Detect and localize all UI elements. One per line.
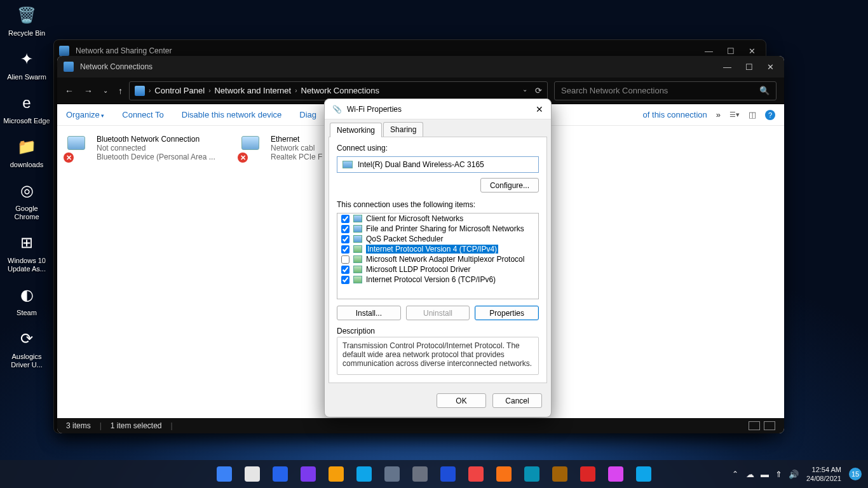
taskbar[interactable]: ⌃ ☁ ▬ ⇑ 🔊 12:54 AM 24/08/2021 15 <box>0 460 868 488</box>
item-checkbox[interactable] <box>341 235 349 243</box>
connection-name: Bluetooth Network Connection <box>97 135 215 144</box>
close-button[interactable]: ✕ <box>536 104 543 114</box>
volume-icon[interactable]: 🔊 <box>789 470 799 479</box>
connect-to-button[interactable]: Connect To <box>122 110 164 119</box>
wifi-icon[interactable]: ⇑ <box>775 470 782 479</box>
window-icon <box>59 46 69 56</box>
tab-networking[interactable]: Networking <box>330 123 382 137</box>
item-checkbox[interactable] <box>341 225 349 233</box>
taskbar-app-edge[interactable] <box>352 462 376 486</box>
taskbar-app-settings[interactable] <box>408 462 432 486</box>
app-icon <box>301 466 316 482</box>
dialog-icon: 📎 <box>332 105 342 114</box>
item-checkbox[interactable] <box>341 266 349 274</box>
breadcrumb-seg[interactable]: Network Connections <box>301 86 380 95</box>
taskbar-app-app4[interactable] <box>604 462 628 486</box>
taskbar-app-powerpoint[interactable] <box>492 462 516 486</box>
clock[interactable]: 12:54 AM 24/08/2021 <box>806 465 841 483</box>
taskbar-app-word[interactable] <box>436 462 460 486</box>
minimize-button[interactable]: — <box>723 62 731 72</box>
taskbar-app-chrome[interactable] <box>464 462 488 486</box>
network-item[interactable]: QoS Packet Scheduler <box>337 234 538 244</box>
network-item[interactable]: Internet Protocol Version 4 (TCP/IPv4) <box>337 244 538 254</box>
properties-button[interactable]: Properties <box>475 306 539 320</box>
taskbar-app-app3[interactable] <box>576 462 600 486</box>
maximize-button[interactable]: ☐ <box>727 46 735 56</box>
nav-forward-button[interactable]: → <box>84 86 93 96</box>
tray-overflow-button[interactable]: ⌃ <box>732 470 738 478</box>
minimize-button[interactable]: — <box>705 46 713 56</box>
desktop-icon[interactable]: 🗑️Recycle Bin <box>3 3 51 37</box>
wifi-properties-dialog[interactable]: 📎 Wi-Fi Properties ✕ Networking Sharing … <box>324 98 552 417</box>
breadcrumb-seg[interactable]: Control Panel <box>154 86 205 95</box>
configure-button[interactable]: Configure... <box>480 178 539 193</box>
uninstall-button[interactable]: Uninstall <box>406 306 470 320</box>
item-checkbox[interactable] <box>341 276 349 284</box>
taskbar-app-search[interactable] <box>240 462 264 486</box>
protocol-icon <box>353 225 362 233</box>
taskbar-app-explorer[interactable] <box>324 462 348 486</box>
search-input[interactable]: Search Network Connections 🔍 <box>554 81 776 100</box>
item-checkbox[interactable] <box>341 255 349 264</box>
item-checkbox[interactable] <box>341 215 349 223</box>
taskbar-app-app5[interactable] <box>632 462 656 486</box>
icon-label: downloads <box>3 161 51 169</box>
taskbar-app-start[interactable] <box>212 462 236 486</box>
system-tray[interactable]: ⌃ ☁ ▬ ⇑ 🔊 12:54 AM 24/08/2021 15 <box>732 465 862 483</box>
diagnose-button[interactable]: Diag <box>299 110 316 119</box>
preview-pane-button[interactable]: ◫ <box>749 110 756 119</box>
network-item[interactable]: Microsoft Network Adapter Multiplexor Pr… <box>337 254 538 264</box>
clock-date: 24/08/2021 <box>806 474 841 483</box>
network-items-list[interactable]: Client for Microsoft Networks File and P… <box>337 213 539 299</box>
desktop-icon[interactable]: 📁downloads <box>3 134 51 169</box>
ok-button[interactable]: OK <box>437 393 486 408</box>
desktop[interactable]: 🗑️Recycle Bin✦Alien SwarmeMicrosoft Edge… <box>0 0 868 488</box>
notification-badge[interactable]: 15 <box>849 468 862 480</box>
protocol-icon <box>353 255 362 263</box>
battery-icon[interactable]: ▬ <box>761 470 769 479</box>
desktop-icon[interactable]: ◐Steam <box>3 282 51 317</box>
desktop-icon[interactable]: ⟳Auslogics Driver U... <box>3 326 51 369</box>
protocol-icon <box>353 235 362 243</box>
taskbar-app-app2[interactable] <box>548 462 572 486</box>
desktop-icon[interactable]: ✦Alien Swarm <box>3 46 51 81</box>
view-details-button[interactable] <box>749 421 760 430</box>
network-item[interactable]: Client for Microsoft Networks <box>337 214 538 224</box>
desktop-icon[interactable]: eMicrosoft Edge <box>3 90 51 125</box>
view-large-button[interactable] <box>764 421 775 430</box>
help-button[interactable]: ? <box>765 110 775 120</box>
install-button[interactable]: Install... <box>337 306 401 320</box>
organize-menu[interactable]: Organize <box>66 110 104 119</box>
item-checkbox[interactable] <box>341 245 349 254</box>
view-options-button[interactable]: ☰▾ <box>729 111 740 119</box>
close-button[interactable]: ✕ <box>749 46 756 56</box>
desktop-icon[interactable]: ⊞Windows 10 Update As... <box>3 230 51 273</box>
nav-up-button[interactable]: ↑ <box>118 86 123 96</box>
cancel-button[interactable]: Cancel <box>492 393 542 408</box>
desktop-icon[interactable]: ◎Google Chrome <box>3 178 51 221</box>
connection-device: Realtek PCIe F <box>271 152 322 161</box>
onedrive-icon[interactable]: ☁ <box>746 470 754 479</box>
network-item[interactable]: File and Printer Sharing for Microsoft N… <box>337 224 538 234</box>
refresh-button[interactable]: ⟳ <box>535 86 542 95</box>
taskbar-app-taskview[interactable] <box>268 462 292 486</box>
taskbar-app-app1[interactable] <box>520 462 544 486</box>
connection-item[interactable]: ✕ Bluetooth Network Connection Not conne… <box>64 135 222 163</box>
nav-recent-button[interactable]: ⌄ <box>103 87 108 94</box>
disable-device-button[interactable]: Disable this network device <box>182 110 282 119</box>
breadcrumb-seg[interactable]: Network and Internet <box>214 86 291 95</box>
breadcrumb-dropdown-button[interactable]: ⌄ <box>522 86 527 95</box>
window-title: Network Connections <box>80 62 153 71</box>
address-bar[interactable]: › Control Panel › Network and Internet ›… <box>129 81 548 100</box>
close-button[interactable]: ✕ <box>767 62 774 72</box>
adapter-field[interactable]: Intel(R) Dual Band Wireless-AC 3165 <box>337 156 539 173</box>
taskbar-app-chat[interactable] <box>296 462 320 486</box>
network-item[interactable]: Internet Protocol Version 6 (TCP/IPv6) <box>337 274 538 285</box>
taskbar-app-store[interactable] <box>380 462 404 486</box>
nav-back-button[interactable]: ← <box>65 86 74 96</box>
icon-label: Recycle Bin <box>3 29 51 37</box>
tab-sharing[interactable]: Sharing <box>383 122 423 137</box>
toolbar-overflow-button[interactable]: » <box>716 110 721 119</box>
network-item[interactable]: Microsoft LLDP Protocol Driver <box>337 264 538 274</box>
maximize-button[interactable]: ☐ <box>745 62 753 72</box>
